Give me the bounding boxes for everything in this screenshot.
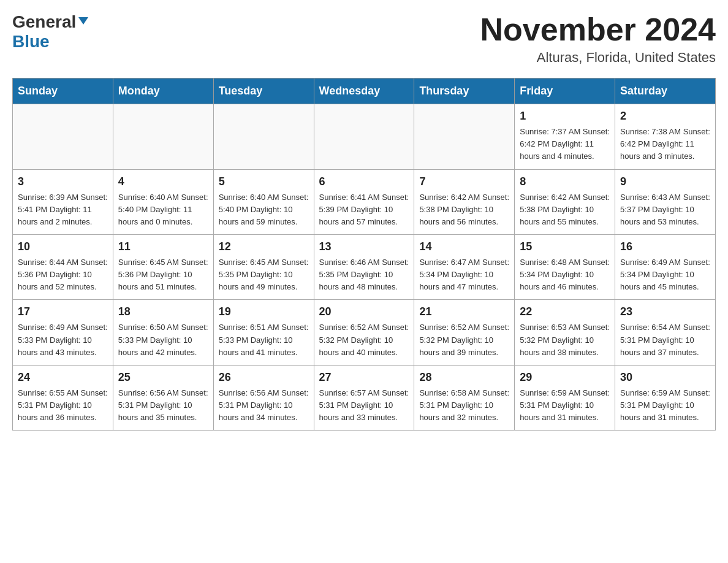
day-info: Sunrise: 6:45 AM Sunset: 5:36 PM Dayligh… bbox=[118, 256, 208, 293]
location-subtitle: Alturas, Florida, United States bbox=[480, 50, 716, 66]
weekday-header-thursday: Thursday bbox=[414, 79, 515, 104]
calendar-cell bbox=[113, 104, 213, 169]
calendar-cell: 11Sunrise: 6:45 AM Sunset: 5:36 PM Dayli… bbox=[113, 235, 213, 300]
day-number: 30 bbox=[620, 369, 710, 386]
calendar-cell: 15Sunrise: 6:48 AM Sunset: 5:34 PM Dayli… bbox=[515, 235, 615, 300]
day-number: 8 bbox=[520, 174, 610, 190]
calendar-cell: 18Sunrise: 6:50 AM Sunset: 5:33 PM Dayli… bbox=[113, 300, 213, 365]
day-number: 19 bbox=[219, 304, 309, 320]
day-number: 11 bbox=[118, 239, 208, 255]
weekday-header-wednesday: Wednesday bbox=[314, 79, 414, 104]
logo-arrow-icon bbox=[77, 15, 89, 29]
day-number: 9 bbox=[620, 174, 710, 190]
day-info: Sunrise: 6:46 AM Sunset: 5:35 PM Dayligh… bbox=[319, 256, 409, 293]
calendar-cell: 2Sunrise: 7:38 AM Sunset: 6:42 PM Daylig… bbox=[615, 104, 716, 169]
day-number: 6 bbox=[319, 174, 409, 190]
weekday-header-saturday: Saturday bbox=[615, 79, 716, 104]
weekday-header-tuesday: Tuesday bbox=[213, 79, 314, 104]
calendar-week-row: 3Sunrise: 6:39 AM Sunset: 5:41 PM Daylig… bbox=[13, 169, 716, 234]
calendar-cell: 19Sunrise: 6:51 AM Sunset: 5:33 PM Dayli… bbox=[213, 300, 314, 365]
day-number: 24 bbox=[18, 369, 108, 386]
day-info: Sunrise: 6:59 AM Sunset: 5:31 PM Dayligh… bbox=[520, 387, 610, 424]
calendar-cell: 4Sunrise: 6:40 AM Sunset: 5:40 PM Daylig… bbox=[113, 169, 213, 234]
day-info: Sunrise: 6:40 AM Sunset: 5:40 PM Dayligh… bbox=[219, 191, 309, 228]
day-info: Sunrise: 6:47 AM Sunset: 5:34 PM Dayligh… bbox=[419, 256, 509, 293]
calendar-cell: 10Sunrise: 6:44 AM Sunset: 5:36 PM Dayli… bbox=[13, 235, 113, 300]
calendar-cell bbox=[13, 104, 113, 169]
calendar-cell: 20Sunrise: 6:52 AM Sunset: 5:32 PM Dayli… bbox=[314, 300, 414, 365]
day-info: Sunrise: 6:42 AM Sunset: 5:38 PM Dayligh… bbox=[419, 191, 509, 228]
day-info: Sunrise: 6:44 AM Sunset: 5:36 PM Dayligh… bbox=[18, 256, 108, 293]
day-number: 29 bbox=[520, 369, 610, 386]
calendar-cell: 17Sunrise: 6:49 AM Sunset: 5:33 PM Dayli… bbox=[13, 300, 113, 365]
day-number: 22 bbox=[520, 304, 610, 320]
calendar-cell: 29Sunrise: 6:59 AM Sunset: 5:31 PM Dayli… bbox=[515, 365, 615, 430]
day-info: Sunrise: 6:39 AM Sunset: 5:41 PM Dayligh… bbox=[18, 191, 108, 228]
calendar-cell: 23Sunrise: 6:54 AM Sunset: 5:31 PM Dayli… bbox=[615, 300, 716, 365]
calendar-cell: 5Sunrise: 6:40 AM Sunset: 5:40 PM Daylig… bbox=[213, 169, 314, 234]
calendar-cell: 3Sunrise: 6:39 AM Sunset: 5:41 PM Daylig… bbox=[13, 169, 113, 234]
calendar-cell: 6Sunrise: 6:41 AM Sunset: 5:39 PM Daylig… bbox=[314, 169, 414, 234]
calendar-cell bbox=[314, 104, 414, 169]
day-info: Sunrise: 6:50 AM Sunset: 5:33 PM Dayligh… bbox=[118, 321, 208, 358]
logo-blue-text: Blue bbox=[12, 32, 50, 52]
calendar-cell: 25Sunrise: 6:56 AM Sunset: 5:31 PM Dayli… bbox=[113, 365, 213, 430]
day-number: 21 bbox=[419, 304, 509, 320]
day-number: 15 bbox=[520, 239, 610, 255]
day-info: Sunrise: 6:56 AM Sunset: 5:31 PM Dayligh… bbox=[118, 387, 208, 424]
day-number: 23 bbox=[620, 304, 710, 320]
calendar-cell: 12Sunrise: 6:45 AM Sunset: 5:35 PM Dayli… bbox=[213, 235, 314, 300]
day-info: Sunrise: 6:59 AM Sunset: 5:31 PM Dayligh… bbox=[620, 387, 710, 424]
calendar-cell: 16Sunrise: 6:49 AM Sunset: 5:34 PM Dayli… bbox=[615, 235, 716, 300]
calendar-week-row: 10Sunrise: 6:44 AM Sunset: 5:36 PM Dayli… bbox=[13, 235, 716, 300]
calendar-cell bbox=[213, 104, 314, 169]
calendar-cell: 27Sunrise: 6:57 AM Sunset: 5:31 PM Dayli… bbox=[314, 365, 414, 430]
calendar-cell: 8Sunrise: 6:42 AM Sunset: 5:38 PM Daylig… bbox=[515, 169, 615, 234]
weekday-header-row: SundayMondayTuesdayWednesdayThursdayFrid… bbox=[13, 79, 716, 104]
calendar-week-row: 17Sunrise: 6:49 AM Sunset: 5:33 PM Dayli… bbox=[13, 300, 716, 365]
day-info: Sunrise: 6:55 AM Sunset: 5:31 PM Dayligh… bbox=[18, 387, 108, 424]
day-info: Sunrise: 6:52 AM Sunset: 5:32 PM Dayligh… bbox=[419, 321, 509, 358]
calendar-cell: 28Sunrise: 6:58 AM Sunset: 5:31 PM Dayli… bbox=[414, 365, 515, 430]
day-info: Sunrise: 6:54 AM Sunset: 5:31 PM Dayligh… bbox=[620, 321, 710, 358]
weekday-header-monday: Monday bbox=[113, 79, 213, 104]
day-info: Sunrise: 6:56 AM Sunset: 5:31 PM Dayligh… bbox=[219, 387, 309, 424]
day-info: Sunrise: 6:43 AM Sunset: 5:37 PM Dayligh… bbox=[620, 191, 710, 228]
day-number: 25 bbox=[118, 369, 208, 386]
day-info: Sunrise: 6:49 AM Sunset: 5:34 PM Dayligh… bbox=[620, 256, 710, 293]
day-info: Sunrise: 6:52 AM Sunset: 5:32 PM Dayligh… bbox=[319, 321, 409, 358]
day-number: 5 bbox=[219, 174, 309, 190]
weekday-header-sunday: Sunday bbox=[13, 79, 113, 104]
day-number: 17 bbox=[18, 304, 108, 320]
calendar-cell: 9Sunrise: 6:43 AM Sunset: 5:37 PM Daylig… bbox=[615, 169, 716, 234]
page-header: General Blue November 2024 Alturas, Flor… bbox=[12, 12, 716, 66]
day-number: 1 bbox=[520, 108, 610, 124]
calendar-cell: 24Sunrise: 6:55 AM Sunset: 5:31 PM Dayli… bbox=[13, 365, 113, 430]
day-info: Sunrise: 6:45 AM Sunset: 5:35 PM Dayligh… bbox=[219, 256, 309, 293]
calendar-cell bbox=[414, 104, 515, 169]
logo-general-text: General bbox=[12, 12, 76, 32]
day-info: Sunrise: 6:40 AM Sunset: 5:40 PM Dayligh… bbox=[118, 191, 208, 228]
day-info: Sunrise: 6:42 AM Sunset: 5:38 PM Dayligh… bbox=[520, 191, 610, 228]
day-number: 10 bbox=[18, 239, 108, 255]
day-number: 27 bbox=[319, 369, 409, 386]
day-info: Sunrise: 7:37 AM Sunset: 6:42 PM Dayligh… bbox=[520, 126, 610, 163]
calendar-cell: 14Sunrise: 6:47 AM Sunset: 5:34 PM Dayli… bbox=[414, 235, 515, 300]
day-number: 14 bbox=[419, 239, 509, 255]
calendar-week-row: 24Sunrise: 6:55 AM Sunset: 5:31 PM Dayli… bbox=[13, 365, 716, 430]
day-info: Sunrise: 6:49 AM Sunset: 5:33 PM Dayligh… bbox=[18, 321, 108, 358]
day-number: 28 bbox=[419, 369, 509, 386]
weekday-header-friday: Friday bbox=[515, 79, 615, 104]
calendar-cell: 26Sunrise: 6:56 AM Sunset: 5:31 PM Dayli… bbox=[213, 365, 314, 430]
calendar-table: SundayMondayTuesdayWednesdayThursdayFrid… bbox=[12, 78, 716, 431]
day-number: 12 bbox=[219, 239, 309, 255]
month-year-title: November 2024 bbox=[480, 12, 716, 47]
day-number: 16 bbox=[620, 239, 710, 255]
day-info: Sunrise: 6:53 AM Sunset: 5:32 PM Dayligh… bbox=[520, 321, 610, 358]
day-info: Sunrise: 6:57 AM Sunset: 5:31 PM Dayligh… bbox=[319, 387, 409, 424]
day-number: 2 bbox=[620, 108, 710, 124]
day-number: 7 bbox=[419, 174, 509, 190]
calendar-week-row: 1Sunrise: 7:37 AM Sunset: 6:42 PM Daylig… bbox=[13, 104, 716, 169]
calendar-cell: 13Sunrise: 6:46 AM Sunset: 5:35 PM Dayli… bbox=[314, 235, 414, 300]
day-number: 4 bbox=[118, 174, 208, 190]
